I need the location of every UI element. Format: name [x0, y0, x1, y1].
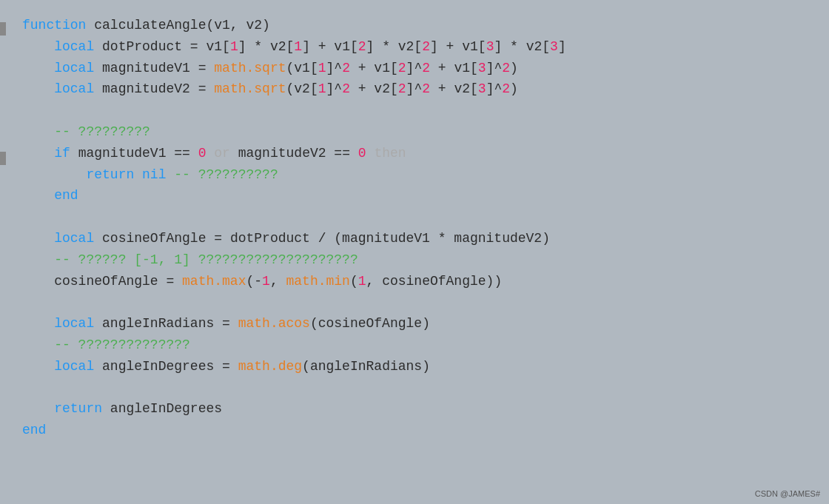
watermark: CSDN @JAMES#: [755, 489, 820, 498]
code-block: function calculateAngle(v1, v2) local do…: [22, 15, 814, 441]
line-indicator-mid: [0, 152, 6, 165]
line-indicator-top: [0, 22, 6, 36]
code-container: function calculateAngle(v1, v2) local do…: [0, 0, 829, 504]
